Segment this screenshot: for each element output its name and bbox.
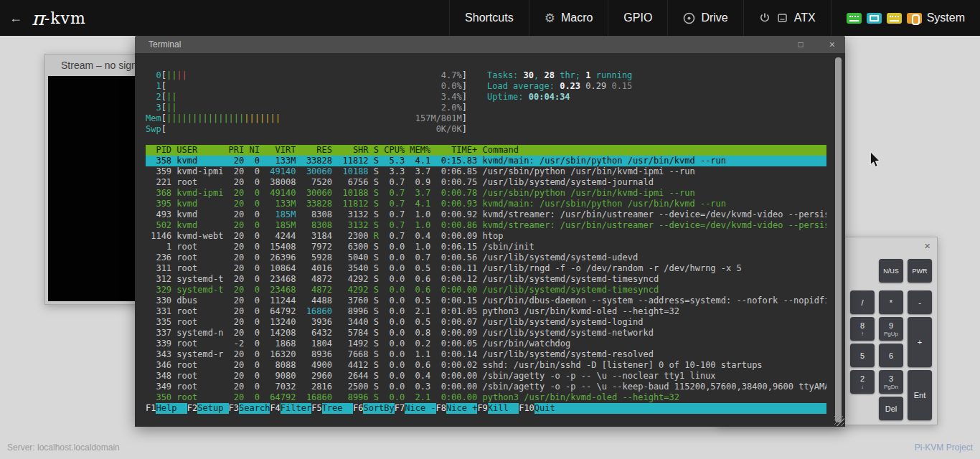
fkey-label[interactable]: Kill (488, 403, 519, 414)
resize-handle[interactable] (834, 416, 844, 426)
process-row[interactable]: 350root20064792168608996S0.02.10:00.00py… (146, 392, 826, 403)
process-cell: 0:00.09 (435, 231, 477, 242)
process-cell: kvmd-ipmi (176, 166, 223, 177)
process-row[interactable]: 359kvmd-ipmi200491403006010188S3.33.70:0… (146, 166, 826, 177)
process-row[interactable]: 1146kvmd-webt200424431842300R0.70.40:00.… (146, 231, 826, 242)
fkey-label[interactable]: Help (156, 403, 187, 414)
pikvm-project-link[interactable]: Pi-KVM Project (915, 443, 973, 453)
menu-gpio[interactable]: GPIO (608, 0, 667, 36)
key-multiply[interactable]: * (879, 290, 903, 314)
meter-ticks: || (166, 103, 176, 113)
fkey-label[interactable]: Nice + (446, 403, 477, 414)
htop-rows: 358kvmd200133M3382811812S5.34.10:15.83kv… (146, 156, 826, 403)
back-button[interactable]: ← (0, 0, 32, 36)
process-row[interactable]: 236root2002639659285040S0.00.70:00.56/us… (146, 252, 826, 263)
fkey-label[interactable]: Quit (534, 403, 565, 414)
process-cell: 20 (229, 263, 245, 274)
process-row[interactable]: 1root2001540879726300S0.01.00:06.15/sbin… (146, 242, 826, 252)
key-nus[interactable]: N/US (879, 259, 903, 283)
process-cell: 2644 (337, 371, 368, 382)
process-cell: 185M (265, 209, 296, 220)
process-row[interactable]: 368kvmd-ipmi200491403006010188S0.73.70:0… (146, 188, 826, 199)
process-cell: 4244 (265, 231, 296, 242)
key-numpad8[interactable]: 8↑ (850, 317, 875, 341)
process-cell: S (374, 306, 379, 317)
process-row[interactable]: 337systemd-n2001420864325784S0.00.80:00.… (146, 328, 826, 339)
process-row[interactable]: 331root20064792168608996S0.02.10:01.05py… (146, 306, 826, 317)
menu-system[interactable]: System (831, 0, 980, 36)
menu-drive[interactable]: Drive (667, 0, 743, 36)
column-header[interactable]: RES (301, 145, 332, 156)
terminal-scrollbar[interactable] (835, 57, 842, 422)
column-header[interactable]: S (374, 145, 379, 156)
process-cell: 0 (249, 392, 259, 403)
terminal-body[interactable]: 0[||||4.7%]1[0.0%]2[||3.4%]3[||2.0%]Mem[… (135, 53, 845, 427)
column-header[interactable]: PRI (229, 145, 245, 156)
process-row[interactable]: 346root200808849004412S0.00.60:00.02sshd… (146, 360, 826, 371)
key-subtract[interactable]: - (908, 290, 932, 314)
process-row[interactable]: 329systemd-t2002346848724292S0.00.60:00.… (146, 285, 826, 295)
process-cell: /usr/bin/watchdog (482, 339, 826, 349)
column-header[interactable]: PID (146, 145, 171, 156)
key-numpad6[interactable]: 6 (879, 344, 903, 367)
menu-macro[interactable]: ⚙ Macro (529, 0, 608, 36)
process-cell: 4.1 (410, 199, 430, 209)
logo-pi-glyph: π (32, 7, 44, 29)
process-row[interactable]: 311root2001086440163540S0.00.50:00.11/us… (146, 263, 826, 274)
fkey-label[interactable]: Search (239, 403, 270, 414)
fkey-label[interactable]: Filter (281, 403, 311, 414)
process-cell: /usr/sbin/python /usr/bin/kvmd-ipmi --ru… (482, 166, 826, 177)
key-power[interactable]: PWR (908, 259, 932, 283)
menu-shortcuts[interactable]: Shortcuts (449, 0, 529, 36)
process-row[interactable]: 343systemd-r2001632089367668S0.01.10:00.… (146, 349, 826, 360)
menu-atx[interactable]: ATX (743, 0, 831, 36)
column-header[interactable]: TIME+ (435, 145, 477, 156)
column-header[interactable]: NI (249, 145, 259, 156)
process-row[interactable]: 335root2001324039363440S0.00.50:00.07/us… (146, 317, 826, 328)
process-row[interactable]: 339root-20186818041492S0.00.20:00.05/usr… (146, 339, 826, 349)
process-row[interactable]: 395kvmd200133M3382811812S0.74.10:00.93kv… (146, 199, 826, 209)
process-cell: 20 (229, 328, 245, 339)
key-divide[interactable]: / (850, 290, 875, 314)
column-header[interactable]: VIRT (265, 145, 296, 156)
process-cell: 0.0 (384, 392, 405, 403)
key-numpad5[interactable]: 5 (850, 344, 875, 367)
process-row[interactable]: 493kvmd200185M83083132S0.71.00:00.92kvmd… (146, 209, 826, 220)
column-header[interactable]: USER (176, 145, 223, 156)
key-add[interactable]: + (908, 317, 932, 367)
column-header[interactable]: CPU% (384, 145, 405, 156)
process-cell: 49140 (265, 166, 296, 177)
key-enter[interactable]: Ent (908, 370, 932, 420)
process-row[interactable]: 502kvmd200185M83083132S0.71.00:00.86kvmd… (146, 220, 826, 231)
column-header[interactable]: SHR (337, 145, 368, 156)
key-numpad9[interactable]: 9PgUp (879, 317, 903, 341)
fkey-label[interactable]: SortBy (363, 403, 394, 414)
close-icon[interactable]: × (924, 240, 930, 252)
fkey-label[interactable]: Setup (197, 403, 228, 414)
process-cell: /sbin/agetty -o -p -- \u --keep-baud 115… (482, 382, 826, 392)
process-cell: 64792 (265, 306, 296, 317)
key-numpad2[interactable]: 2↓ (850, 370, 875, 394)
column-header[interactable]: MEM% (410, 145, 430, 156)
close-icon[interactable]: × (829, 39, 835, 50)
process-row[interactable]: 358kvmd200133M3382811812S5.34.10:15.83kv… (146, 156, 826, 166)
maximize-icon[interactable]: □ (798, 39, 804, 49)
process-row[interactable]: 221root2003800875206756S0.70.90:00.75/us… (146, 177, 826, 188)
process-cell: 0.0 (384, 382, 405, 392)
fkey-label[interactable]: Nice - (405, 403, 435, 414)
process-row[interactable]: 348root200908029602644S0.00.40:00.00/sbi… (146, 371, 826, 382)
process-cell: 4488 (301, 295, 332, 306)
process-cell: S (374, 209, 379, 220)
process-cell: root (176, 252, 223, 263)
key-numpad3[interactable]: 3PgDn (879, 370, 903, 394)
fkey-label[interactable]: Tree (322, 403, 353, 414)
htop-table-header[interactable]: PIDUSERPRINIVIRTRESSHRSCPU%MEM%TIME+Comm… (146, 145, 826, 156)
process-cell: 0:15.83 (435, 156, 477, 166)
process-cell: root (176, 306, 223, 317)
column-header[interactable]: Command (482, 145, 826, 156)
key-delete[interactable]: Del (879, 397, 903, 420)
process-row[interactable]: 330dbus2001124444883760S0.00.50:00.15/us… (146, 295, 826, 306)
process-row[interactable]: 349root200703228162500S0.00.30:00.00/sbi… (146, 382, 826, 392)
process-row[interactable]: 312systemd-t2002346848724292S0.00.60:00.… (146, 274, 826, 285)
terminal-titlebar[interactable]: Terminal □ × (135, 36, 845, 53)
